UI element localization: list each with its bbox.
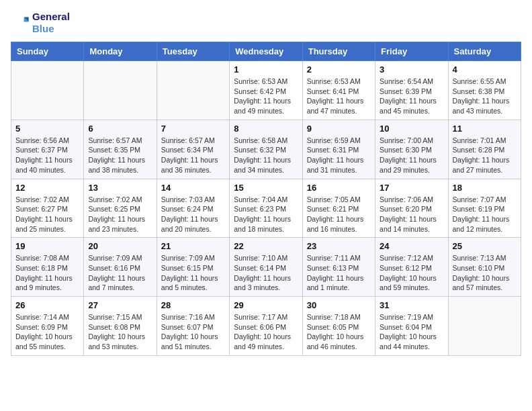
calendar-cell: 10Sunrise: 7:00 AM Sunset: 6:30 PM Dayli… bbox=[375, 120, 448, 179]
day-info: Sunrise: 7:01 AM Sunset: 6:28 PM Dayligh… bbox=[453, 136, 517, 175]
day-info: Sunrise: 7:13 AM Sunset: 6:10 PM Dayligh… bbox=[453, 253, 517, 293]
day-info: Sunrise: 6:55 AM Sunset: 6:38 PM Dayligh… bbox=[453, 77, 517, 116]
calendar-cell: 19Sunrise: 7:08 AM Sunset: 6:18 PM Dayli… bbox=[11, 238, 84, 297]
day-number: 6 bbox=[88, 124, 152, 134]
logo: GeneralBlue bbox=[11, 11, 70, 35]
day-info: Sunrise: 7:12 AM Sunset: 6:12 PM Dayligh… bbox=[380, 253, 443, 293]
calendar-cell: 26Sunrise: 7:14 AM Sunset: 6:09 PM Dayli… bbox=[11, 297, 84, 356]
day-number: 17 bbox=[380, 183, 443, 193]
day-info: Sunrise: 6:53 AM Sunset: 6:41 PM Dayligh… bbox=[307, 77, 371, 116]
calendar-cell: 24Sunrise: 7:12 AM Sunset: 6:12 PM Dayli… bbox=[375, 238, 448, 297]
day-number: 9 bbox=[307, 124, 371, 134]
day-number: 28 bbox=[161, 300, 225, 310]
logo-icon bbox=[11, 13, 30, 32]
weekday-header-monday: Monday bbox=[84, 42, 157, 61]
day-info: Sunrise: 6:54 AM Sunset: 6:39 PM Dayligh… bbox=[380, 77, 443, 116]
calendar-cell: 22Sunrise: 7:10 AM Sunset: 6:14 PM Dayli… bbox=[230, 238, 302, 297]
calendar-cell: 2Sunrise: 6:53 AM Sunset: 6:41 PM Daylig… bbox=[302, 61, 375, 120]
svg-rect-0 bbox=[11, 13, 30, 32]
calendar-cell bbox=[157, 61, 229, 120]
day-number: 18 bbox=[453, 183, 517, 193]
calendar-cell: 23Sunrise: 7:11 AM Sunset: 6:13 PM Dayli… bbox=[302, 238, 375, 297]
weekday-header-wednesday: Wednesday bbox=[230, 42, 302, 61]
day-number: 22 bbox=[234, 241, 298, 251]
calendar-cell: 6Sunrise: 6:57 AM Sunset: 6:35 PM Daylig… bbox=[84, 120, 157, 179]
calendar-cell: 16Sunrise: 7:05 AM Sunset: 6:21 PM Dayli… bbox=[302, 179, 375, 238]
calendar-week-4: 19Sunrise: 7:08 AM Sunset: 6:18 PM Dayli… bbox=[11, 238, 521, 297]
day-info: Sunrise: 7:08 AM Sunset: 6:18 PM Dayligh… bbox=[15, 253, 79, 293]
weekday-header-row: SundayMondayTuesdayWednesdayThursdayFrid… bbox=[11, 42, 521, 61]
day-number: 14 bbox=[161, 183, 225, 193]
day-info: Sunrise: 7:16 AM Sunset: 6:07 PM Dayligh… bbox=[161, 312, 225, 352]
day-number: 23 bbox=[307, 241, 371, 251]
calendar-cell: 17Sunrise: 7:06 AM Sunset: 6:20 PM Dayli… bbox=[375, 179, 448, 238]
day-number: 11 bbox=[453, 124, 517, 134]
calendar-cell: 9Sunrise: 6:59 AM Sunset: 6:31 PM Daylig… bbox=[302, 120, 375, 179]
day-number: 27 bbox=[88, 300, 152, 310]
weekday-header-friday: Friday bbox=[375, 42, 448, 61]
day-info: Sunrise: 7:06 AM Sunset: 6:20 PM Dayligh… bbox=[380, 195, 443, 234]
day-number: 7 bbox=[161, 124, 225, 134]
calendar: SundayMondayTuesdayWednesdayThursdayFrid… bbox=[11, 42, 521, 356]
day-number: 15 bbox=[234, 183, 298, 193]
day-info: Sunrise: 7:03 AM Sunset: 6:24 PM Dayligh… bbox=[161, 195, 225, 234]
day-info: Sunrise: 7:17 AM Sunset: 6:06 PM Dayligh… bbox=[234, 312, 298, 352]
day-info: Sunrise: 6:57 AM Sunset: 6:34 PM Dayligh… bbox=[161, 136, 225, 175]
day-number: 8 bbox=[234, 124, 298, 134]
day-number: 26 bbox=[15, 300, 79, 310]
day-number: 24 bbox=[380, 241, 443, 251]
calendar-cell: 18Sunrise: 7:07 AM Sunset: 6:19 PM Dayli… bbox=[448, 179, 521, 238]
day-number: 30 bbox=[307, 300, 371, 310]
day-info: Sunrise: 6:58 AM Sunset: 6:32 PM Dayligh… bbox=[234, 136, 298, 175]
logo-text: GeneralBlue bbox=[32, 11, 70, 35]
day-info: Sunrise: 7:15 AM Sunset: 6:08 PM Dayligh… bbox=[88, 312, 152, 352]
day-info: Sunrise: 7:00 AM Sunset: 6:30 PM Dayligh… bbox=[380, 136, 443, 175]
day-info: Sunrise: 6:53 AM Sunset: 6:42 PM Dayligh… bbox=[234, 77, 298, 116]
day-number: 21 bbox=[161, 241, 225, 251]
calendar-week-3: 12Sunrise: 7:02 AM Sunset: 6:27 PM Dayli… bbox=[11, 179, 521, 238]
day-info: Sunrise: 7:05 AM Sunset: 6:21 PM Dayligh… bbox=[307, 195, 371, 234]
weekday-header-thursday: Thursday bbox=[302, 42, 375, 61]
day-info: Sunrise: 7:04 AM Sunset: 6:23 PM Dayligh… bbox=[234, 195, 298, 234]
weekday-header-saturday: Saturday bbox=[448, 42, 521, 61]
calendar-cell: 29Sunrise: 7:17 AM Sunset: 6:06 PM Dayli… bbox=[230, 297, 302, 356]
day-number: 3 bbox=[380, 64, 443, 75]
day-number: 10 bbox=[380, 124, 443, 134]
day-info: Sunrise: 7:11 AM Sunset: 6:13 PM Dayligh… bbox=[307, 253, 371, 293]
calendar-cell: 4Sunrise: 6:55 AM Sunset: 6:38 PM Daylig… bbox=[448, 61, 521, 120]
page-header: GeneralBlue bbox=[11, 11, 521, 35]
day-number: 19 bbox=[15, 241, 79, 251]
calendar-cell: 27Sunrise: 7:15 AM Sunset: 6:08 PM Dayli… bbox=[84, 297, 157, 356]
calendar-week-2: 5Sunrise: 6:56 AM Sunset: 6:37 PM Daylig… bbox=[11, 120, 521, 179]
calendar-cell bbox=[84, 61, 157, 120]
calendar-cell: 25Sunrise: 7:13 AM Sunset: 6:10 PM Dayli… bbox=[448, 238, 521, 297]
calendar-week-1: 1Sunrise: 6:53 AM Sunset: 6:42 PM Daylig… bbox=[11, 61, 521, 120]
day-number: 13 bbox=[88, 183, 152, 193]
calendar-week-5: 26Sunrise: 7:14 AM Sunset: 6:09 PM Dayli… bbox=[11, 297, 521, 356]
day-number: 4 bbox=[453, 64, 517, 75]
calendar-cell: 5Sunrise: 6:56 AM Sunset: 6:37 PM Daylig… bbox=[11, 120, 84, 179]
calendar-cell: 20Sunrise: 7:09 AM Sunset: 6:16 PM Dayli… bbox=[84, 238, 157, 297]
day-info: Sunrise: 6:57 AM Sunset: 6:35 PM Dayligh… bbox=[88, 136, 152, 175]
day-number: 2 bbox=[307, 64, 371, 75]
day-number: 1 bbox=[234, 64, 298, 75]
calendar-cell bbox=[11, 61, 84, 120]
weekday-header-tuesday: Tuesday bbox=[157, 42, 229, 61]
day-number: 16 bbox=[307, 183, 371, 193]
day-number: 25 bbox=[453, 241, 517, 251]
calendar-cell: 31Sunrise: 7:19 AM Sunset: 6:04 PM Dayli… bbox=[375, 297, 448, 356]
day-info: Sunrise: 7:10 AM Sunset: 6:14 PM Dayligh… bbox=[234, 253, 298, 293]
day-info: Sunrise: 7:19 AM Sunset: 6:04 PM Dayligh… bbox=[380, 312, 443, 352]
day-info: Sunrise: 7:14 AM Sunset: 6:09 PM Dayligh… bbox=[15, 312, 79, 352]
day-info: Sunrise: 7:09 AM Sunset: 6:15 PM Dayligh… bbox=[161, 253, 225, 293]
day-info: Sunrise: 7:02 AM Sunset: 6:25 PM Dayligh… bbox=[88, 195, 152, 234]
calendar-cell: 13Sunrise: 7:02 AM Sunset: 6:25 PM Dayli… bbox=[84, 179, 157, 238]
calendar-cell bbox=[448, 297, 521, 356]
day-info: Sunrise: 7:02 AM Sunset: 6:27 PM Dayligh… bbox=[15, 195, 79, 234]
calendar-cell: 14Sunrise: 7:03 AM Sunset: 6:24 PM Dayli… bbox=[157, 179, 229, 238]
calendar-cell: 3Sunrise: 6:54 AM Sunset: 6:39 PM Daylig… bbox=[375, 61, 448, 120]
day-number: 5 bbox=[15, 124, 79, 134]
calendar-cell: 30Sunrise: 7:18 AM Sunset: 6:05 PM Dayli… bbox=[302, 297, 375, 356]
calendar-cell: 11Sunrise: 7:01 AM Sunset: 6:28 PM Dayli… bbox=[448, 120, 521, 179]
calendar-cell: 1Sunrise: 6:53 AM Sunset: 6:42 PM Daylig… bbox=[230, 61, 302, 120]
